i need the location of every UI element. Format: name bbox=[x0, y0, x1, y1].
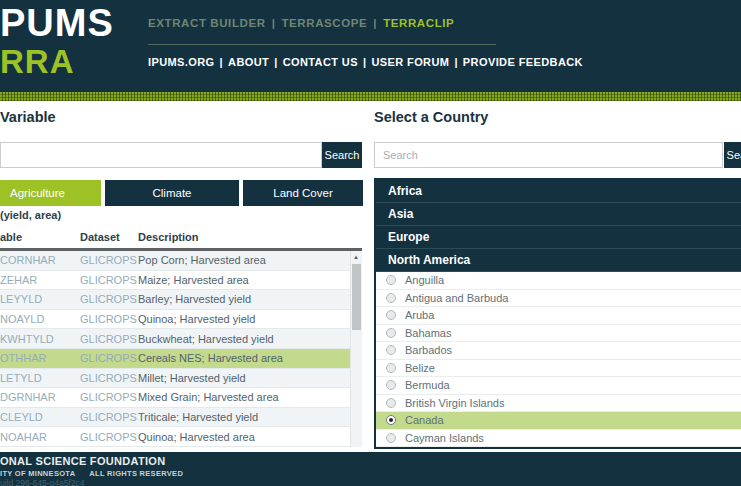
radio-icon[interactable] bbox=[386, 433, 396, 443]
dataset-name: GLICROPS bbox=[80, 274, 137, 286]
country-panel-title: Select a Country bbox=[374, 109, 488, 125]
footer-build-id: uild 296-645-g4a5f2c4 bbox=[0, 478, 85, 486]
tab-land-cover[interactable]: Land Cover bbox=[243, 180, 363, 206]
country-option[interactable]: Aruba bbox=[376, 307, 741, 325]
column-header-variable: able bbox=[0, 231, 22, 243]
country-option[interactable]: Barbados bbox=[376, 342, 741, 360]
variable-panel-title: Variable bbox=[0, 109, 56, 125]
table-row[interactable]: ZEHARGLICROPSMaize; Harvested area bbox=[0, 271, 350, 291]
radio-icon[interactable] bbox=[386, 275, 396, 285]
variable-name[interactable]: CLEYLD bbox=[0, 411, 43, 423]
variable-name[interactable]: DGRNHAR bbox=[0, 391, 56, 403]
region-north-america[interactable]: North America bbox=[376, 249, 741, 272]
radio-icon[interactable] bbox=[386, 293, 396, 303]
variable-name[interactable]: LEYYLD bbox=[0, 293, 42, 305]
logo-terra-text: RRA bbox=[0, 44, 114, 80]
country-label: Bahamas bbox=[405, 327, 451, 339]
secondary-nav: IPUMS.ORG|ABOUT|CONTACT US|USER FORUM|PR… bbox=[148, 56, 583, 68]
nav-separator: | bbox=[373, 17, 377, 29]
table-row[interactable]: NOAYLDGLICROPSQuinoa; Harvested yield bbox=[0, 310, 350, 330]
radio-icon[interactable] bbox=[386, 328, 396, 338]
variable-search-input[interactable] bbox=[0, 142, 322, 168]
country-option[interactable]: Anguilla bbox=[376, 272, 741, 290]
variable-description: Barley; Harvested yield bbox=[138, 293, 251, 305]
radio-icon[interactable] bbox=[386, 310, 396, 320]
variable-name[interactable]: LETYLD bbox=[0, 372, 42, 384]
nav-ipums-org[interactable]: IPUMS.ORG bbox=[148, 56, 215, 68]
table-row[interactable]: NOAHARGLICROPSQuinoa; Harvested area bbox=[0, 427, 350, 447]
radio-icon[interactable] bbox=[386, 363, 396, 373]
table-row-selected[interactable]: OTHHARGLICROPSCereals NES; Harvested are… bbox=[0, 349, 350, 369]
primary-nav: EXTRACT BUILDER|TERRASCOPE|TERRACLIP bbox=[148, 17, 454, 29]
country-label: Barbados bbox=[405, 344, 452, 356]
table-row[interactable]: LEYYLDGLICROPSBarley; Harvested yield bbox=[0, 290, 350, 310]
footer-copyright: ITY OF MINNESOTAALL RIGHTS RESERVED bbox=[0, 469, 183, 478]
footer-nsf-text: ONAL SCIENCE FOUNDATION bbox=[0, 455, 165, 467]
nav-separator: | bbox=[274, 56, 277, 68]
variable-name[interactable]: NOAYLD bbox=[0, 313, 44, 325]
footer-university-text: ITY OF MINNESOTA bbox=[0, 469, 75, 478]
country-label: Canada bbox=[405, 414, 444, 426]
radio-icon[interactable] bbox=[386, 380, 396, 390]
country-search-input[interactable] bbox=[374, 142, 723, 168]
country-option[interactable]: Belize bbox=[376, 360, 741, 378]
country-label: Bermuda bbox=[405, 379, 450, 391]
variable-description: Buckwheat; Harvested yield bbox=[138, 333, 274, 345]
tab-agriculture[interactable]: Agriculture bbox=[0, 180, 101, 206]
variable-name[interactable]: NOAHAR bbox=[0, 431, 47, 443]
dataset-name: GLICROPS bbox=[80, 411, 137, 423]
table-row[interactable]: CORNHARGLICROPSPop Corn; Harvested area bbox=[0, 251, 350, 271]
variable-group-label: (yield, area) bbox=[0, 209, 61, 221]
ipums-terra-logo[interactable]: PUMS RRA bbox=[0, 3, 114, 80]
country-option[interactable]: British Virgin Islands bbox=[376, 395, 741, 413]
variable-name[interactable]: OTHHAR bbox=[0, 352, 46, 364]
variable-name[interactable]: KWHTYLD bbox=[0, 333, 54, 345]
region-asia[interactable]: Asia bbox=[376, 203, 741, 226]
country-option-selected[interactable]: Canada bbox=[376, 412, 741, 430]
variable-description: Maize; Harvested area bbox=[138, 274, 249, 286]
nav-user-forum[interactable]: USER FORUM bbox=[371, 56, 449, 68]
variable-table: CORNHARGLICROPSPop Corn; Harvested area … bbox=[0, 251, 350, 447]
table-row[interactable]: DGRNHARGLICROPSMixed Grain; Harvested ar… bbox=[0, 388, 350, 408]
variable-description: Millet; Harvested yield bbox=[138, 372, 246, 384]
variable-description: Pop Corn; Harvested area bbox=[138, 254, 266, 266]
footer-rights-text: ALL RIGHTS RESERVED bbox=[89, 469, 183, 478]
variable-search-button[interactable]: Search bbox=[322, 142, 362, 168]
variable-name[interactable]: ZEHAR bbox=[0, 274, 37, 286]
variable-description: Mixed Grain; Harvested area bbox=[138, 391, 279, 403]
country-search-button[interactable]: Search bbox=[724, 142, 741, 168]
scrollbar-up-arrow-icon[interactable]: ▲ bbox=[350, 251, 362, 263]
country-option[interactable]: Bahamas bbox=[376, 325, 741, 343]
logo-ipums-text: PUMS bbox=[0, 3, 114, 43]
country-label: British Virgin Islands bbox=[405, 397, 504, 409]
app-header: PUMS RRA EXTRACT BUILDER|TERRASCOPE|TERR… bbox=[0, 0, 741, 92]
dataset-name: GLICROPS bbox=[80, 352, 137, 364]
table-row[interactable]: CLEYLDGLICROPSTriticale; Harvested yield bbox=[0, 408, 350, 428]
variable-description: Cereals NES; Harvested area bbox=[138, 352, 283, 364]
region-europe[interactable]: Europe bbox=[376, 226, 741, 249]
country-option[interactable]: Cayman Islands bbox=[376, 430, 741, 448]
radio-icon[interactable] bbox=[386, 345, 396, 355]
variable-description: Quinoa; Harvested yield bbox=[138, 313, 255, 325]
radio-icon[interactable] bbox=[386, 398, 396, 408]
dataset-name: GLICROPS bbox=[80, 313, 137, 325]
nav-terraclip[interactable]: TERRACLIP bbox=[383, 17, 454, 29]
nav-extract-builder[interactable]: EXTRACT BUILDER bbox=[148, 17, 266, 29]
nav-separator: | bbox=[220, 56, 223, 68]
nav-provide-feedback[interactable]: PROVIDE FEEDBACK bbox=[463, 56, 583, 68]
country-option[interactable]: Antigua and Barbuda bbox=[376, 290, 741, 308]
region-africa[interactable]: Africa bbox=[376, 180, 741, 203]
nav-contact-us[interactable]: CONTACT US bbox=[283, 56, 358, 68]
variable-description: Quinoa; Harvested area bbox=[138, 431, 255, 443]
country-option[interactable]: Bermuda bbox=[376, 377, 741, 395]
table-row[interactable]: KWHTYLDGLICROPSBuckwheat; Harvested yiel… bbox=[0, 329, 350, 349]
tab-climate[interactable]: Climate bbox=[105, 180, 239, 206]
table-row[interactable]: LETYLDGLICROPSMillet; Harvested yield bbox=[0, 369, 350, 389]
radio-selected-icon[interactable] bbox=[386, 415, 396, 425]
nav-about[interactable]: ABOUT bbox=[228, 56, 269, 68]
table-scrollbar-thumb[interactable] bbox=[352, 264, 361, 330]
nav-separator: | bbox=[454, 56, 457, 68]
column-header-description: Description bbox=[138, 231, 199, 243]
variable-name[interactable]: CORNHAR bbox=[0, 254, 56, 266]
nav-terrascope[interactable]: TERRASCOPE bbox=[281, 17, 367, 29]
